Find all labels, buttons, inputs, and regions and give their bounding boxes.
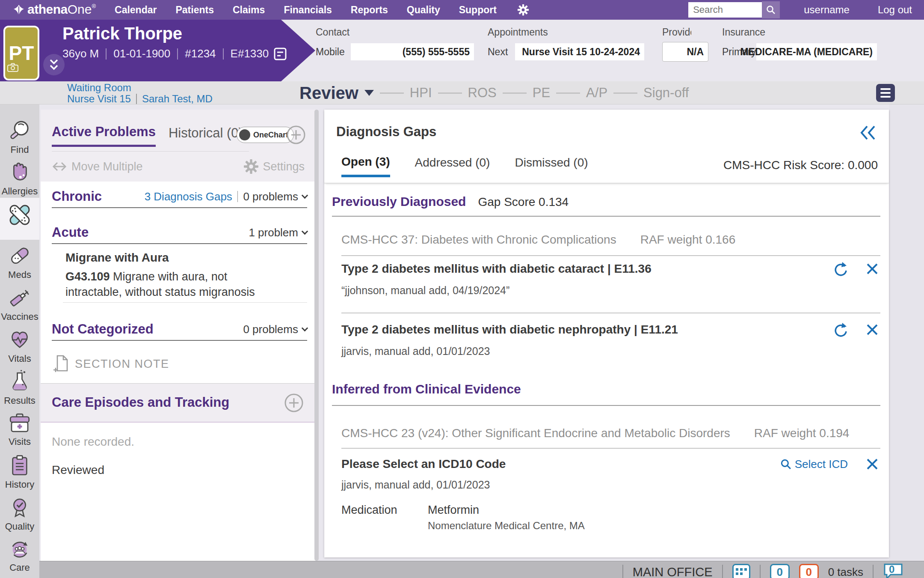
tab-historical[interactable]: Historical (0) <box>169 125 243 147</box>
step-ap[interactable]: A/P <box>586 85 607 101</box>
select-icd-button[interactable]: Select ICD <box>780 458 848 471</box>
settings-gear-icon[interactable] <box>517 4 529 16</box>
nav-claims[interactable]: Claims <box>233 4 265 16</box>
diagnosis-gaps-link[interactable]: 3 Diagnosis Gaps <box>145 190 232 203</box>
current-stage: Review <box>299 83 358 103</box>
logout-link[interactable]: Log out <box>878 4 912 16</box>
chronic-count[interactable]: 0 problems <box>243 190 298 203</box>
problem-item-title[interactable]: Migrane with Aura <box>65 251 169 265</box>
dismiss-button[interactable] <box>866 458 879 471</box>
athena-logo[interactable]: athenaOne® <box>13 2 96 18</box>
tasks-link[interactable]: 0 tasks <box>828 566 863 578</box>
chevron-down-icon[interactable] <box>302 325 308 332</box>
encounter-menu-button[interactable] <box>876 84 895 102</box>
care-episodes-empty: None recorded. <box>52 435 134 449</box>
chevron-down-icon[interactable] <box>302 228 308 235</box>
step-ros[interactable]: ROS <box>468 85 497 101</box>
vaccines-syringe-icon <box>7 284 32 311</box>
provider-value[interactable]: N/A <box>662 42 708 62</box>
insurance-value[interactable]: MEDICARE-MA (MEDICARE) <box>756 43 877 60</box>
rail-item-vitals[interactable]: Vitals <box>0 324 39 366</box>
username-menu[interactable]: username <box>804 4 850 16</box>
tab-open[interactable]: Open (3) <box>341 155 390 177</box>
rail-item-care[interactable]: Care <box>0 533 39 575</box>
rail-item-quality[interactable]: Quality <box>0 492 39 533</box>
rail-item-allergies[interactable]: Allergies <box>0 156 39 198</box>
messages-button[interactable]: 0 <box>883 563 903 578</box>
problems-settings-button[interactable]: Settings <box>244 159 305 174</box>
tab-dismissed[interactable]: Dismissed (0) <box>515 156 588 177</box>
results-flask-icon <box>7 368 32 395</box>
step-pe[interactable]: PE <box>533 85 550 101</box>
mobile-value[interactable]: (555) 555-5555 <box>351 43 474 60</box>
section-note-button[interactable]: SECTION NOTE <box>53 355 169 373</box>
inbox-counter[interactable]: 0 <box>770 564 790 578</box>
readdress-button[interactable] <box>832 261 848 277</box>
encounter-note-icon[interactable] <box>274 48 287 60</box>
collapse-panel-button[interactable] <box>860 125 876 142</box>
patient-demographics: 36yo M 01-01-1900 #1234 E#1330 <box>62 47 287 60</box>
gap-entry-meta: jjarvis, manual add, 01/01/2023 <box>341 345 490 358</box>
athena-flower-icon <box>13 5 25 18</box>
rail-item-history[interactable]: History <box>0 450 39 492</box>
patient-avatar[interactable]: PT <box>3 26 39 80</box>
chronic-title[interactable]: Chronic <box>52 189 102 204</box>
select-icd-prompt: Please Select an ICD10 Code <box>341 457 506 471</box>
gap-score: Gap Score 0.134 <box>478 195 569 209</box>
brand-name: athena <box>27 2 68 17</box>
nav-financials[interactable]: Financials <box>284 4 332 16</box>
patient-id: #1234 <box>185 47 216 60</box>
gap-entry-title: Type 2 diabetes mellitus with diabetic n… <box>341 323 678 337</box>
move-multiple-button[interactable]: Move Multiple <box>52 160 143 173</box>
encounter-id: E#1330 <box>231 47 269 60</box>
add-problem-button[interactable] <box>286 125 306 145</box>
schedule-button[interactable] <box>732 564 750 578</box>
inferred-entry-meta: jjarvis, manual add, 01/01/2023 <box>341 479 490 491</box>
visit-link[interactable]: Nurse Visit 15 <box>67 93 131 104</box>
step-hpi[interactable]: HPI <box>410 85 432 101</box>
problems-panel: Active Problems Historical (0) OneChart <box>41 110 317 561</box>
stage-dropdown[interactable]: Review <box>299 83 374 103</box>
next-appointment-value[interactable]: Nurse Visit 15 10-24-2024 <box>515 43 644 60</box>
add-care-episode-button[interactable] <box>284 393 304 413</box>
department-selector[interactable]: MAIN OFFICE <box>633 565 713 578</box>
acute-count[interactable]: 1 problem <box>249 226 298 239</box>
urgent-counter[interactable]: 0 <box>799 564 819 578</box>
chevron-down-icon[interactable] <box>302 192 308 199</box>
step-signoff[interactable]: Sign-off <box>643 85 689 101</box>
not-categorized-title[interactable]: Not Categorized <box>52 322 154 337</box>
contact-group: Contact Mobile (555) 555-5555 <box>316 27 474 60</box>
nav-reports[interactable]: Reports <box>351 4 388 16</box>
rail-item-results[interactable]: Results <box>0 366 39 408</box>
tab-addressed[interactable]: Addressed (0) <box>415 156 490 177</box>
rail-item-problems[interactable] <box>0 198 39 240</box>
banner-expand-button[interactable] <box>43 54 65 75</box>
tab-active-problems[interactable]: Active Problems <box>52 124 156 147</box>
chronic-section-row: Chronic 3 Diagnosis Gaps 0 problems <box>52 188 307 206</box>
problem-item-desc: G43.109 Migrane with aura, not intractab… <box>65 269 267 300</box>
provider-link[interactable]: Sarah Test, MD <box>142 93 213 104</box>
search-icon <box>780 459 791 470</box>
onechart-toggle[interactable]: OneChart <box>237 127 294 143</box>
dismiss-button[interactable] <box>866 323 879 336</box>
camera-icon[interactable] <box>7 54 18 77</box>
waiting-room-link[interactable]: Waiting Room <box>67 82 131 93</box>
nav-calendar[interactable]: Calendar <box>115 4 157 16</box>
search-button[interactable] <box>762 1 780 18</box>
rail-item-visits[interactable]: Visits <box>0 408 39 450</box>
problems-scrollbar[interactable] <box>314 110 319 561</box>
icd-code: G43.109 <box>65 270 110 283</box>
search-input[interactable] <box>688 2 762 18</box>
rail-item-find[interactable]: Find <box>0 115 39 157</box>
readdress-button[interactable] <box>832 322 848 337</box>
dismiss-button[interactable] <box>866 262 879 275</box>
reviewed-button[interactable]: Reviewed <box>52 463 104 477</box>
nav-patients[interactable]: Patients <box>175 4 213 16</box>
problems-header: Active Problems Historical (0) OneChart <box>41 110 317 182</box>
rail-item-vaccines[interactable]: Vaccines <box>0 282 39 324</box>
acute-title[interactable]: Acute <box>52 225 89 240</box>
nav-quality[interactable]: Quality <box>407 4 440 16</box>
rail-item-meds[interactable]: Meds <box>0 240 39 282</box>
not-categorized-count[interactable]: 0 problems <box>243 323 298 336</box>
nav-support[interactable]: Support <box>459 4 497 16</box>
